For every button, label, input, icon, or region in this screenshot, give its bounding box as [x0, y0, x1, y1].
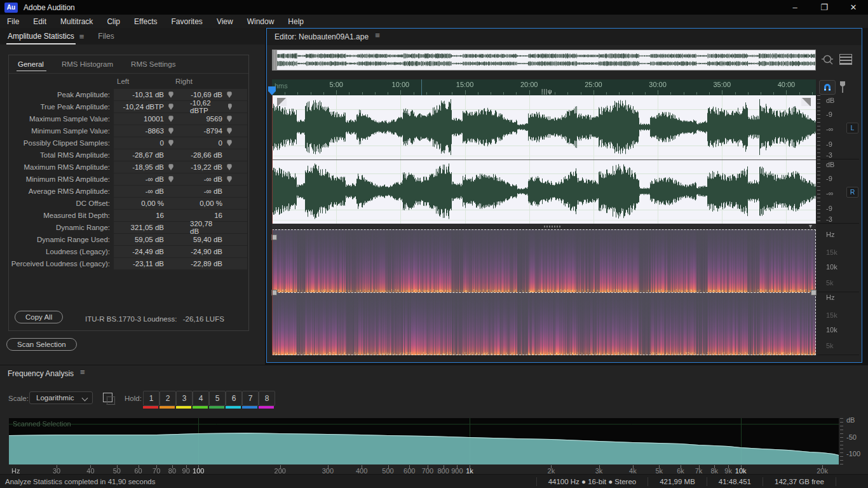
- cell-left[interactable]: 59,05 dB: [115, 234, 173, 245]
- tab-rms-histogram[interactable]: RMS Histogram: [53, 55, 122, 73]
- cell-left[interactable]: -24,49 dB: [115, 246, 173, 257]
- zoom-navigate-icon[interactable]: [821, 53, 835, 67]
- itu-loudness: ITU-R BS.1770-3 Loudness: -26,16 LUFS: [85, 315, 224, 323]
- pin-icon[interactable]: [227, 176, 232, 182]
- maximize-button[interactable]: ❐: [810, 0, 839, 15]
- channel-badge-r[interactable]: R: [846, 187, 858, 198]
- copy-graph-icon[interactable]: [103, 393, 112, 402]
- frequency-panel-menu-icon[interactable]: ≡: [80, 367, 92, 380]
- pin-icon[interactable]: [168, 176, 173, 182]
- pin-icon[interactable]: [168, 140, 173, 146]
- cell-left[interactable]: 16: [115, 210, 173, 221]
- pin-icon[interactable]: [227, 164, 232, 170]
- selection-corner-handle-left[interactable]: [277, 98, 287, 106]
- hold-button-1[interactable]: 1: [143, 391, 159, 406]
- cell-right[interactable]: 59,40 dB: [190, 234, 232, 245]
- menu-item-favorites[interactable]: Favorites: [165, 15, 210, 28]
- cell-left[interactable]: 0,00 %: [115, 198, 173, 209]
- menu-item-help[interactable]: Help: [281, 15, 311, 28]
- hold-button-3[interactable]: 3: [176, 391, 193, 406]
- menu-item-effects[interactable]: Effects: [127, 15, 164, 28]
- editor-layout-icon[interactable]: [839, 54, 852, 65]
- tab-rms-settings[interactable]: RMS Settings: [122, 55, 184, 73]
- selection-corner-handle-right[interactable]: [801, 98, 811, 106]
- timeline-tick: [773, 92, 774, 95]
- selection-handle[interactable]: [811, 290, 817, 295]
- hold-button-4[interactable]: 4: [193, 391, 209, 406]
- marker-line[interactable]: [421, 79, 422, 95]
- cell-right[interactable]: -8794: [190, 125, 232, 137]
- marker-pin-icon[interactable]: [838, 81, 847, 93]
- cell-right[interactable]: 0: [190, 137, 232, 149]
- cell-left[interactable]: -10,24 dBTP: [115, 101, 173, 112]
- minimize-button[interactable]: –: [780, 0, 810, 15]
- cell-left[interactable]: 321,05 dB: [115, 222, 173, 233]
- menu-item-multitrack[interactable]: Multitrack: [53, 15, 100, 28]
- cell-left[interactable]: -8863: [115, 125, 173, 137]
- menu-item-edit[interactable]: Edit: [26, 15, 53, 28]
- cell-left[interactable]: -28,67 dB: [115, 149, 173, 161]
- pin-icon[interactable]: [168, 164, 173, 170]
- cell-left[interactable]: -∞ dB: [115, 173, 173, 185]
- pin-icon[interactable]: [168, 92, 173, 98]
- overview-strip[interactable]: [272, 50, 816, 71]
- cell-right[interactable]: -24,90 dB: [190, 246, 232, 257]
- timeline-ruler[interactable]: hms |||ψ 5:0010:0015:0020:0025:0030:0035…: [272, 79, 816, 95]
- cell-left[interactable]: -10,31 dB: [115, 89, 173, 100]
- divider-grip-icon[interactable]: [544, 226, 560, 227]
- pin-icon[interactable]: [227, 92, 232, 98]
- close-button[interactable]: ✕: [839, 0, 868, 15]
- cell-right[interactable]: -∞ dB: [190, 186, 232, 197]
- cell-right[interactable]: -10,62 dBTP: [190, 101, 232, 112]
- cell-right[interactable]: 320,78 dB: [190, 222, 232, 233]
- cell-right[interactable]: -∞ dB: [190, 173, 232, 185]
- spectrogram-display[interactable]: [272, 229, 816, 355]
- pin-icon[interactable]: [168, 104, 173, 110]
- menu-item-window[interactable]: Window: [240, 15, 281, 28]
- menu-item-clip[interactable]: Clip: [100, 15, 127, 28]
- pin-icon[interactable]: [168, 128, 173, 134]
- cell-right[interactable]: 0,00 %: [190, 198, 232, 209]
- playhead-marker[interactable]: [268, 86, 276, 95]
- wave-spectral-divider[interactable]: ▾: [272, 224, 816, 229]
- menu-item-view[interactable]: View: [210, 15, 240, 28]
- hold-button-6[interactable]: 6: [226, 391, 242, 406]
- cell-left[interactable]: 0: [115, 137, 173, 149]
- cell-left[interactable]: 10001: [115, 113, 173, 125]
- tab-general[interactable]: General: [9, 55, 53, 73]
- cell-left[interactable]: -18,95 dB: [115, 161, 173, 173]
- pin-icon[interactable]: [227, 116, 232, 122]
- cell-left[interactable]: -∞ dB: [115, 186, 173, 197]
- frequency-plot[interactable]: Scanned Selection: [9, 418, 839, 464]
- pin-icon[interactable]: [228, 104, 233, 110]
- tab-amplitude-statistics[interactable]: Amplitude Statistics: [0, 32, 79, 44]
- waveform-display[interactable]: [272, 95, 816, 224]
- cell-right[interactable]: -19,22 dB: [190, 161, 232, 173]
- editor-tab-title[interactable]: Editor: Neubauten09A1.ape: [275, 32, 369, 41]
- scale-dropdown[interactable]: Logarithmic: [29, 391, 93, 404]
- cell-left-value: 16: [156, 212, 164, 219]
- tab-files[interactable]: Files: [90, 32, 119, 44]
- hold-button-2[interactable]: 2: [159, 391, 176, 406]
- pin-icon[interactable]: [227, 128, 232, 134]
- cell-right[interactable]: -22,89 dB: [190, 258, 232, 269]
- timeline-tick: [542, 92, 543, 95]
- scan-selection-button[interactable]: Scan Selection: [6, 338, 77, 351]
- editor-panel-menu-icon[interactable]: ≡: [375, 30, 386, 43]
- pin-icon[interactable]: [227, 140, 232, 146]
- channel-badge-l[interactable]: L: [846, 123, 858, 133]
- copy-all-button[interactable]: Copy All: [15, 311, 63, 323]
- cell-right[interactable]: -28,66 dB: [190, 149, 232, 161]
- snap-toggle-button[interactable]: [819, 80, 836, 95]
- panel-menu-icon[interactable]: ≡: [79, 32, 91, 44]
- cell-right[interactable]: 9569: [190, 113, 232, 125]
- pin-icon[interactable]: [168, 116, 173, 122]
- hold-button-5[interactable]: 5: [209, 391, 226, 406]
- divider-dropdown-icon[interactable]: ▾: [809, 222, 812, 229]
- cell-left[interactable]: -23,11 dB: [115, 258, 173, 269]
- overview-scroll-grip[interactable]: [273, 50, 277, 70]
- marker-cluster-icon[interactable]: |||ψ: [541, 88, 552, 95]
- hold-button-8[interactable]: 8: [259, 391, 275, 406]
- hold-button-7[interactable]: 7: [242, 391, 259, 406]
- menu-item-file[interactable]: File: [0, 15, 26, 28]
